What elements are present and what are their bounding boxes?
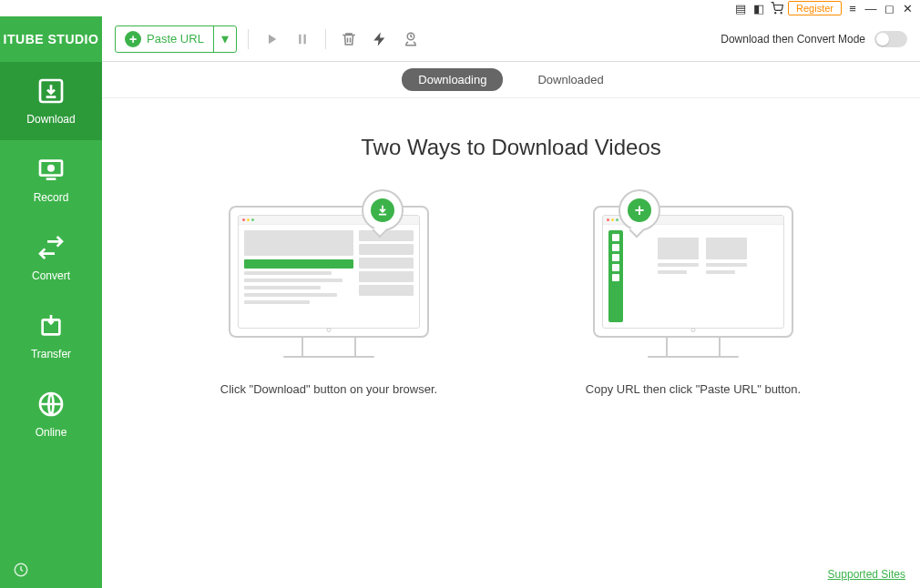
bolt-icon [372,31,388,47]
cart-icon[interactable] [770,1,784,15]
sidebar-item-convert[interactable]: Convert [0,218,102,297]
online-icon [36,390,66,419]
svg-point-4 [48,166,53,170]
svg-point-1 [781,13,782,14]
sidebar-item-record[interactable]: Record [0,140,102,218]
sidebar-item-label: Transfer [31,348,71,360]
sidebar-item-label: Online [36,426,67,439]
way-browser: Click "Download" button on your browser. [201,206,456,399]
supported-sites-link[interactable]: Supported Sites [828,568,905,581]
sidebar-item-label: Record [34,191,69,204]
play-button[interactable] [260,27,283,51]
way-caption: Copy URL then click "Paste URL" button. [586,380,801,399]
minimize-icon[interactable]: — [864,1,878,15]
sidebar-item-label: Download [26,113,75,126]
record-icon [36,155,66,184]
transfer-icon [36,311,66,340]
content: Two Ways to Download Videos [102,98,920,588]
menu-icon[interactable]: ≡ [845,1,860,15]
download-bubble [362,189,404,231]
paste-url-button[interactable]: + Paste URL ▾ [115,25,237,53]
tabs: Downloading Downloaded [102,62,920,98]
titlebar: ▤ ◧ Register ≡ — ◻ ✕ [0,0,920,16]
maximize-icon[interactable]: ◻ [882,1,896,15]
clock-icon [13,562,29,578]
tab-downloading[interactable]: Downloading [402,68,503,91]
pause-button[interactable] [291,27,314,51]
paste-url-label: Paste URL [147,32,204,46]
delete-button[interactable] [337,27,361,51]
sidebar-item-download[interactable]: Download [0,62,102,140]
main: + Paste URL ▾ D [102,16,920,588]
app-logo: ITUBE STUDIO [0,16,102,62]
toolbar: + Paste URL ▾ D [102,16,920,62]
convert-icon [36,233,66,262]
svg-rect-9 [303,34,305,44]
pause-icon [294,31,311,47]
plus-bubble: + [618,189,660,231]
turbo-button[interactable] [368,27,392,51]
monitor-illustration [229,206,429,358]
svg-rect-8 [299,34,301,44]
feedback-icon[interactable]: ◧ [751,1,766,15]
content-title: Two Ways to Download Videos [361,135,661,160]
sidebar-item-label: Convert [32,269,70,282]
convert-mode-switch[interactable] [874,31,907,47]
monitor-illustration [593,206,793,358]
schedule-button[interactable] [399,27,423,51]
paste-url-dropdown[interactable]: ▾ [213,26,236,52]
register-button[interactable]: Register [788,1,842,15]
svg-point-0 [775,13,776,14]
schedule-icon [403,31,419,47]
arrow-down-icon [376,204,389,217]
sidebar-item-transfer[interactable]: Transfer [0,297,102,375]
way-paste-url: + Copy URL then click "Paste URL" button… [566,206,821,399]
play-icon [263,31,280,47]
sidebar-history[interactable] [0,552,102,588]
close-icon[interactable]: ✕ [900,1,915,15]
convert-mode-toggle: Download then Convert Mode [721,31,907,47]
sidebar: ITUBE STUDIO Download Record Convert Tra… [0,16,102,588]
notes-icon[interactable]: ▤ [733,1,748,15]
plus-icon: + [125,31,141,47]
trash-icon [341,31,357,47]
convert-mode-label: Download then Convert Mode [721,33,865,46]
sidebar-item-online[interactable]: Online [0,375,102,453]
tab-downloaded[interactable]: Downloaded [521,68,619,91]
download-icon [36,76,66,106]
way-caption: Click "Download" button on your browser. [220,380,437,399]
